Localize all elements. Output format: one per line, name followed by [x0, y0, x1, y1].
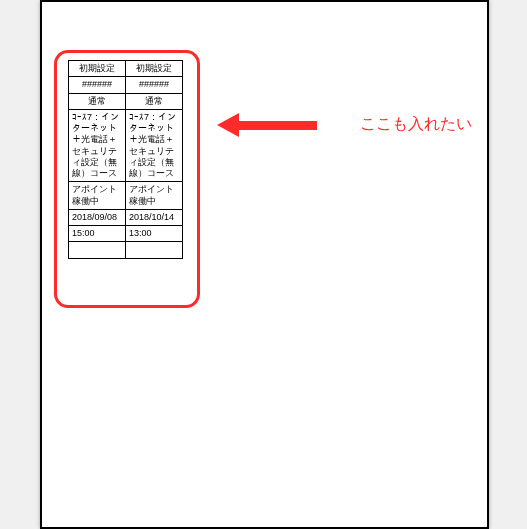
table-row: 15:0013:00 [69, 226, 183, 242]
table-cell: ###### [126, 77, 183, 93]
table-cell: ###### [69, 77, 126, 93]
table-cell [126, 242, 183, 259]
table-cell: 通常 [69, 93, 126, 109]
annotation-text: ここも入れたい [360, 114, 472, 135]
arrow-shaft [239, 121, 317, 130]
table-row [69, 242, 183, 259]
data-table: 初期設定初期設定############通常通常ｺｰｽ7：インターネット＋光電話… [68, 60, 183, 259]
table-cell: 通常 [126, 93, 183, 109]
table-cell: ｺｰｽ7：インターネット＋光電話＋セキュリティ設定（無線）コース [69, 109, 126, 182]
callout-arrow [217, 113, 317, 137]
arrow-head-icon [217, 113, 239, 137]
table-cell: 13:00 [126, 226, 183, 242]
table-cell [69, 242, 126, 259]
table-cell: 2018/09/08 [69, 209, 126, 225]
table-cell: 15:00 [69, 226, 126, 242]
table-row: 通常通常 [69, 93, 183, 109]
table-row: 2018/09/082018/10/14 [69, 209, 183, 225]
table-row: ｺｰｽ7：インターネット＋光電話＋セキュリティ設定（無線）コースｺｰｽ7：インタ… [69, 109, 183, 182]
table-cell: 初期設定 [69, 61, 126, 77]
table-cell: ｺｰｽ7：インターネット＋光電話＋セキュリティ設定（無線）コース [126, 109, 183, 182]
table-cell: アポイント稼働中 [126, 182, 183, 210]
table-row: ############ [69, 77, 183, 93]
table-cell: 2018/10/14 [126, 209, 183, 225]
table-row: アポイント稼働中アポイント稼働中 [69, 182, 183, 210]
table-body: 初期設定初期設定############通常通常ｺｰｽ7：インターネット＋光電話… [69, 61, 183, 259]
table-cell: アポイント稼働中 [69, 182, 126, 210]
table-row: 初期設定初期設定 [69, 61, 183, 77]
document-page: 初期設定初期設定############通常通常ｺｰｽ7：インターネット＋光電話… [40, 0, 489, 529]
table-cell: 初期設定 [126, 61, 183, 77]
